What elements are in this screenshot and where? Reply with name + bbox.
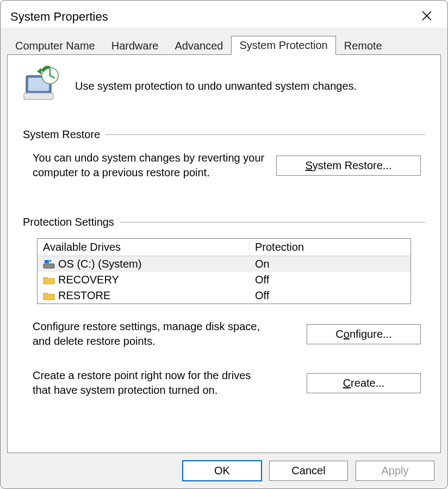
section-title-protection: Protection Settings [23,216,114,228]
svg-rect-4 [24,93,53,100]
drive-name: RESTORE [58,289,110,302]
drive-name: RECOVERY [58,274,119,286]
configure-button[interactable]: Configure... [307,324,421,344]
dialog-body: Computer Name Hardware Advanced System P… [1,28,447,488]
drive-row-recovery[interactable]: RECOVERY Off [38,272,410,288]
tab-hardware[interactable]: Hardware [103,36,167,55]
close-button[interactable] [416,6,438,28]
create-button[interactable]: Create... [307,373,421,393]
intro-row: Use system protection to undo unwanted s… [23,66,425,107]
drives-table[interactable]: Available Drives Protection OS (C:) (Sys… [37,238,411,304]
column-available-drives[interactable]: Available Drives [38,239,250,256]
create-description: Create a restore point right now for the… [33,368,266,398]
intro-text: Use system protection to undo unwanted s… [75,80,357,92]
tab-computer-name[interactable]: Computer Name [7,36,103,55]
configure-row: Configure restore settings, manage disk … [23,319,425,349]
drive-row-os[interactable]: OS (C:) (System) On [38,256,410,272]
svg-rect-8 [45,260,49,263]
close-icon [422,11,432,23]
folder-icon [43,275,55,285]
svg-rect-7 [43,264,54,268]
system-properties-window: System Properties Computer Name Hardware… [0,0,448,489]
system-restore-icon [23,66,62,107]
dialog-footer: OK Cancel Apply [7,453,441,481]
svg-rect-9 [49,260,51,262]
drive-status: Off [250,272,410,288]
drive-name: OS (C:) (System) [58,258,141,270]
divider [105,134,425,135]
svg-marker-6 [37,68,41,75]
section-title-restore: System Restore [23,128,100,141]
column-protection[interactable]: Protection [250,239,410,256]
tab-system-protection[interactable]: System Protection [231,36,335,55]
drive-status: On [250,256,410,272]
tab-strip: Computer Name Hardware Advanced System P… [7,35,441,54]
titlebar: System Properties [1,1,447,28]
restore-description: You can undo system changes by reverting… [33,151,266,180]
drive-status: Off [250,288,410,304]
ok-button[interactable]: OK [183,461,262,481]
section-system-restore-header: System Restore [23,128,425,141]
create-row: Create a restore point right now for the… [23,368,425,398]
drives-header: Available Drives Protection [38,239,410,256]
system-restore-button[interactable]: System Restore... [276,156,421,176]
tab-advanced[interactable]: Advanced [166,36,231,55]
cancel-button[interactable]: Cancel [269,461,348,481]
system-protection-panel: Use system protection to undo unwanted s… [7,54,441,453]
disk-drive-icon [43,259,55,269]
window-title: System Properties [10,10,108,24]
tab-remote[interactable]: Remote [336,36,390,55]
section-protection-settings-header: Protection Settings [23,216,425,228]
drive-row-restore[interactable]: RESTORE Off [38,288,410,304]
configure-description: Configure restore settings, manage disk … [33,319,266,349]
restore-row: You can undo system changes by reverting… [23,151,425,180]
apply-button[interactable]: Apply [356,461,434,481]
divider [120,222,425,222]
folder-icon [43,291,55,301]
